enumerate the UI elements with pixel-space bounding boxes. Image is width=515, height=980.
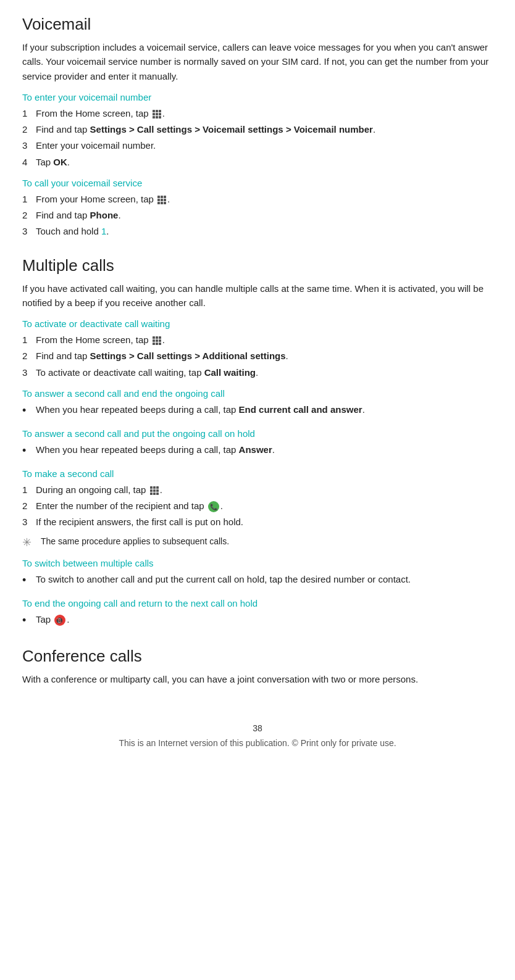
tip-text: The same procedure applies to subsequent… [41,535,229,548]
end-return-list: • Tap . [22,612,493,629]
list-item: • When you hear repeated beeps during a … [22,442,493,460]
call-voicemail-list: 1 From your Home screen, tap . 2 Find an… [22,192,493,239]
tip-icon: ✳ [22,536,41,549]
grid-icon [153,336,161,345]
list-content: Touch and hold 1. [36,224,493,238]
multiple-calls-title: Multiple calls [22,256,493,275]
list-content: Tap . [36,612,493,629]
grid-icon [153,110,161,118]
list-item: • To switch to another call and put the … [22,572,493,589]
subheading-answer-hold: To answer a second call and put the ongo… [22,428,493,439]
list-content: Enter the number of the recipient and ta… [36,499,493,513]
list-item: • Tap . [22,612,493,629]
list-num: 2 [22,349,36,363]
activate-waiting-list: 1 From the Home screen, tap . 2 Find and… [22,333,493,380]
list-content: Find and tap Phone. [36,208,493,222]
make-second-list: 1 During an ongoing call, tap . 2 Enter … [22,483,493,529]
bullet-icon: • [22,442,36,460]
footer-note: This is an Internet version of this publ… [22,738,493,748]
tip-box: ✳ The same procedure applies to subseque… [22,535,493,549]
list-content: Enter your voicemail number. [36,138,493,152]
list-item: • When you hear repeated beeps during a … [22,402,493,420]
page-footer: 38 This is an Internet version of this p… [22,723,493,748]
list-content: From your Home screen, tap . [36,192,493,206]
grid-icon [150,486,159,495]
bullet-icon: • [22,612,36,629]
multiple-calls-intro: If you have activated call waiting, you … [22,281,493,310]
list-content: If the recipient answers, the first call… [36,515,493,529]
voicemail-intro: If your subscription includes a voicemai… [22,40,493,83]
subheading-call-voicemail: To call your voicemail service [22,178,493,188]
answer-end-list: • When you hear repeated beeps during a … [22,402,493,420]
subheading-enter-voicemail: To enter your voicemail number [22,92,493,102]
subheading-answer-end: To answer a second call and end the ongo… [22,388,493,399]
list-content: To switch to another call and put the cu… [36,572,493,589]
grid-icon [157,196,166,204]
red-phone-icon [54,615,65,626]
conference-calls-intro: With a conference or multiparty call, yo… [22,672,493,686]
list-content: When you hear repeated beeps during a ca… [36,442,493,460]
green-phone-icon [208,501,219,512]
list-num: 2 [22,122,36,136]
list-item: 1 From your Home screen, tap . [22,192,493,206]
subheading-make-second: To make a second call [22,468,493,479]
voicemail-section: Voicemail If your subscription includes … [22,15,493,239]
subheading-end-return: To end the ongoing call and return to th… [22,598,493,608]
list-item: 2 Find and tap Settings > Call settings … [22,122,493,136]
list-content: Tap OK. [36,155,493,169]
list-item: 2 Find and tap Phone. [22,208,493,222]
enter-voicemail-list: 1 From the Home screen, tap . 2 Find and… [22,106,493,169]
page-number: 38 [22,723,493,733]
list-item: 4 Tap OK. [22,155,493,169]
list-item: 1 During an ongoing call, tap . [22,483,493,497]
list-num: 3 [22,515,36,529]
list-num: 1 [22,106,36,120]
list-num: 3 [22,138,36,152]
list-num: 2 [22,208,36,222]
subheading-switch-calls: To switch between multiple calls [22,558,493,568]
list-num: 1 [22,192,36,206]
list-num: 1 [22,483,36,497]
list-item: 3 If the recipient answers, the first ca… [22,515,493,529]
list-content: To activate or deactivate call waiting, … [36,365,493,380]
list-num: 1 [22,333,36,347]
list-item: 3 Touch and hold 1. [22,224,493,238]
list-num: 2 [22,499,36,513]
list-content: When you hear repeated beeps during a ca… [36,402,493,420]
list-content: From the Home screen, tap . [36,106,493,120]
voicemail-title: Voicemail [22,15,493,34]
list-item: 1 From the Home screen, tap . [22,333,493,347]
bullet-icon: • [22,572,36,589]
list-item: 2 Enter the number of the recipient and … [22,499,493,513]
list-content: Find and tap Settings > Call settings > … [36,349,493,363]
list-item: 1 From the Home screen, tap . [22,106,493,120]
subheading-activate-waiting: To activate or deactivate call waiting [22,318,493,329]
bullet-icon: • [22,402,36,420]
conference-calls-title: Conference calls [22,647,493,666]
list-item: 2 Find and tap Settings > Call settings … [22,349,493,363]
list-content: During an ongoing call, tap . [36,483,493,497]
list-item: 3 To activate or deactivate call waiting… [22,365,493,380]
switch-calls-list: • To switch to another call and put the … [22,572,493,589]
list-num: 3 [22,365,36,380]
conference-calls-section: Conference calls With a conference or mu… [22,647,493,686]
multiple-calls-section: Multiple calls If you have activated cal… [22,256,493,630]
list-content: Find and tap Settings > Call settings > … [36,122,493,136]
list-num: 3 [22,224,36,238]
list-content: From the Home screen, tap . [36,333,493,347]
list-num: 4 [22,155,36,169]
list-item: 3 Enter your voicemail number. [22,138,493,152]
answer-hold-list: • When you hear repeated beeps during a … [22,442,493,460]
